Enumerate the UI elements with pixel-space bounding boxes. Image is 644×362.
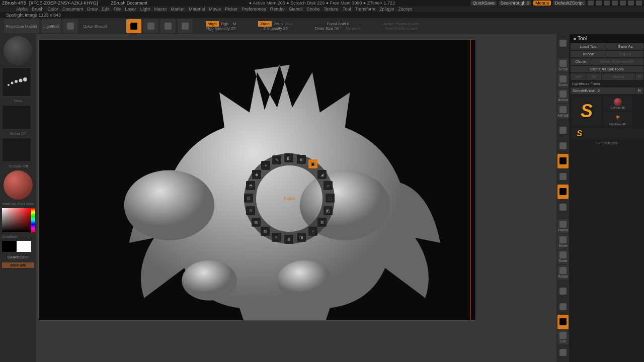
import-button[interactable]: Import xyxy=(571,51,607,57)
menu-texture[interactable]: Texture xyxy=(324,7,339,12)
scale-button[interactable]: Scale xyxy=(557,250,569,264)
menu-macro[interactable]: Macro xyxy=(154,7,167,12)
alternate-button[interactable]: Alternate xyxy=(2,262,34,268)
texture-slot[interactable] xyxy=(2,138,31,162)
all-button[interactable]: All xyxy=(586,73,601,80)
zoom-button[interactable]: Zoom xyxy=(557,73,569,87)
floor-button[interactable] xyxy=(557,139,569,153)
radial-scale-seg[interactable]: ▣ xyxy=(308,159,317,168)
menu-preferences[interactable]: Preferences xyxy=(242,7,266,12)
radial-seg-11[interactable]: ≡ xyxy=(272,233,281,242)
move-mode-button[interactable] xyxy=(143,19,158,33)
defaultzscript-button[interactable]: DefaultZScript xyxy=(553,1,586,6)
window-icon-4[interactable] xyxy=(612,1,618,6)
make-polymesh-button[interactable]: Make Polymesh3D xyxy=(591,58,643,65)
hue-bar[interactable] xyxy=(31,208,35,232)
radial-seg-10[interactable]: ⊟ xyxy=(261,227,270,236)
menu-draw[interactable]: Draw xyxy=(87,7,98,12)
tool-thumb-main[interactable]: S xyxy=(572,97,601,126)
tool-thumb-polymesh[interactable]: ✶PolyMesh3D xyxy=(603,112,632,126)
sel-button[interactable]: Sel xyxy=(571,73,586,80)
radial-seg-19[interactable]: ◢ xyxy=(317,170,327,179)
radial-seg-9[interactable]: ▦ xyxy=(252,218,261,227)
spotlight-radial-menu[interactable]: Scale ▣ ◐ ◧ ✎ ✦ ◆ ◓ ⊡ ⊞ ▦ ⊟ ≡ Ⅲ ◨ ✧ ⊠ ◩ … xyxy=(244,153,335,244)
lightbox-tools-link[interactable]: Lightbox> Tools xyxy=(570,80,644,87)
radial-seg-15[interactable]: ⊠ xyxy=(317,218,327,227)
minimize-icon[interactable] xyxy=(620,1,626,6)
current-tool-label[interactable]: SimpleBrush. 2 xyxy=(571,87,635,94)
switchcolor-button[interactable]: SwitchColor xyxy=(2,254,34,260)
gradient-label[interactable]: Gradient xyxy=(2,234,34,239)
menu-tool[interactable]: Tool xyxy=(343,7,351,12)
menu-render[interactable]: Render xyxy=(270,7,285,12)
menu-light[interactable]: Light xyxy=(140,7,150,12)
localsym-button[interactable] xyxy=(557,154,569,168)
lasso-button[interactable] xyxy=(557,315,569,329)
quicksketch-button[interactable] xyxy=(63,19,78,33)
r-button-1[interactable]: R xyxy=(635,73,643,80)
clone-all-subtools-button[interactable]: Clone All SubTools xyxy=(571,66,643,72)
menu-picker[interactable]: Picker xyxy=(225,7,237,12)
radial-seg-5[interactable]: ◆ xyxy=(252,170,261,179)
menu-zscript[interactable]: Zscript xyxy=(398,7,412,12)
rotate-mode-button[interactable] xyxy=(178,19,193,33)
tool-strip-1[interactable]: S xyxy=(571,128,589,139)
rgb-button[interactable]: Rgb xyxy=(221,22,228,26)
quicksave-button[interactable]: QuickSave xyxy=(470,1,497,6)
tool-strip-2[interactable] xyxy=(589,128,607,139)
menu-brush[interactable]: Brush xyxy=(32,7,44,12)
load-tool-button[interactable]: Load Tool xyxy=(571,43,607,50)
lightbox-button[interactable]: LightBox xyxy=(41,19,61,33)
seethrough-slider[interactable]: See-through 0 xyxy=(499,1,531,6)
collapse-icon[interactable]: ◂ xyxy=(573,36,576,41)
draw-size-slider[interactable]: Draw Size 64 xyxy=(315,26,339,31)
menu-movie[interactable]: Movie xyxy=(209,7,221,12)
menu-layer[interactable]: Layer xyxy=(125,7,136,12)
draw-button[interactable] xyxy=(126,19,141,33)
menu-zplugin[interactable]: Zplugin xyxy=(379,7,394,12)
menu-file[interactable]: File xyxy=(114,7,121,12)
transp-button[interactable] xyxy=(557,185,569,199)
menu-marker[interactable]: Marker xyxy=(171,7,185,12)
canvas-area[interactable]: Scale ▣ ◐ ◧ ✎ ✦ ◆ ◓ ⊡ ⊞ ▦ ⊟ ≡ Ⅲ ◨ ✧ ⊠ ◩ … xyxy=(36,34,556,362)
window-icon-2[interactable] xyxy=(596,1,602,6)
radial-seg-8[interactable]: ⊞ xyxy=(246,206,255,215)
radial-seg-4[interactable]: ✦ xyxy=(261,161,270,170)
material-preview[interactable] xyxy=(4,170,33,200)
r-button-2[interactable]: R xyxy=(635,87,643,94)
swatch-white[interactable] xyxy=(17,241,31,252)
color-picker[interactable] xyxy=(2,208,31,232)
persp-button[interactable] xyxy=(557,123,569,137)
clone-button[interactable]: Clone xyxy=(571,58,591,65)
radial-seg-17[interactable]: ⬚ xyxy=(326,194,335,203)
window-icon-3[interactable] xyxy=(604,1,610,6)
stroke-preview[interactable] xyxy=(2,67,31,97)
tool-strip-4[interactable] xyxy=(626,128,644,139)
z-intensity-slider[interactable]: Z Intensity 25 xyxy=(258,26,293,31)
radial-seg-2[interactable]: ◧ xyxy=(284,153,293,162)
pt-sel-button[interactable] xyxy=(557,300,569,314)
viewport[interactable]: Scale ▣ ◐ ◧ ✎ ✦ ◆ ◓ ⊡ ⊞ ▦ ⊟ ≡ Ⅲ ◨ ✧ ⊠ ◩ … xyxy=(38,39,476,321)
brush-preview[interactable] xyxy=(4,36,33,65)
menu-stroke[interactable]: Stroke xyxy=(306,7,319,12)
save-as-button[interactable]: Save As xyxy=(607,43,643,50)
radial-seg-13[interactable]: ◨ xyxy=(297,233,306,242)
menu-color[interactable]: Color xyxy=(48,7,59,12)
projection-master-button[interactable]: Projection Master xyxy=(4,19,39,33)
tool-strip-3[interactable] xyxy=(607,128,625,139)
maximize-icon[interactable] xyxy=(628,1,634,6)
menu-transform[interactable]: Transform xyxy=(355,7,375,12)
radial-seg-6[interactable]: ◓ xyxy=(246,181,255,190)
radial-seg-16[interactable]: ◩ xyxy=(324,206,333,215)
menu-edit[interactable]: Edit xyxy=(102,7,110,12)
aahalf-button[interactable]: AAHalf xyxy=(557,104,569,118)
export-button[interactable]: Export xyxy=(607,51,643,57)
menu-document[interactable]: Document xyxy=(62,7,83,12)
tool-panel-header[interactable]: ◂ Tool xyxy=(570,34,644,43)
radial-seg-1[interactable]: ◐ xyxy=(297,155,306,164)
move-button[interactable]: Move xyxy=(557,234,569,248)
scroll-button[interactable]: Scroll xyxy=(557,58,569,72)
window-icon-1[interactable] xyxy=(588,1,594,6)
radial-seg-18[interactable]: ▱ xyxy=(324,181,333,190)
alpha-slot[interactable] xyxy=(2,105,31,129)
